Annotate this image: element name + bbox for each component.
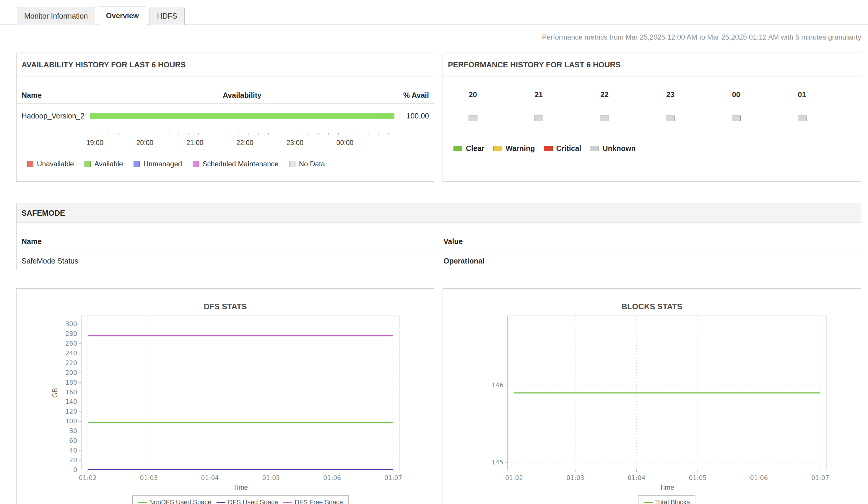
chart-legend-swatch: [217, 502, 225, 503]
svg-text:280: 280: [65, 330, 77, 337]
axis-tick-label: 00:00: [327, 139, 363, 147]
svg-text:20: 20: [69, 457, 77, 464]
svg-text:300: 300: [65, 320, 77, 328]
legend-swatch-scheduled-maintenance: [193, 161, 199, 167]
dfs-stats-svg: 0204060801001201401601802002202402602803…: [17, 313, 434, 483]
blocks-stats-chart-legend: Total Blocks: [638, 495, 695, 504]
availability-percent-value: 100.00: [406, 104, 429, 128]
axis-major-tick: [145, 133, 145, 137]
performance-hour-column: 22: [587, 86, 622, 121]
axis-minor-tick: [318, 133, 319, 135]
tab-hdfs[interactable]: HDFS: [149, 7, 184, 25]
legend-swatch-clear: [454, 146, 462, 151]
axis-minor-tick: [388, 133, 389, 135]
performance-status-cell[interactable]: [600, 115, 609, 121]
performance-status-cell[interactable]: [468, 115, 477, 121]
axis-minor-tick: [338, 133, 339, 135]
legend-item: Unmanaged: [134, 160, 182, 168]
axis-minor-tick: [208, 133, 208, 135]
blocks-stats-title: BLOCKS STATS: [443, 300, 861, 313]
performance-hour-label: 23: [653, 86, 688, 103]
svg-text:01:07: 01:07: [384, 474, 402, 482]
svg-text:146: 146: [492, 382, 504, 389]
axis-minor-tick: [118, 133, 118, 135]
chart-legend-swatch: [138, 502, 147, 503]
svg-text:60: 60: [69, 437, 77, 444]
svg-text:0: 0: [73, 466, 77, 474]
svg-text:200: 200: [65, 369, 77, 377]
svg-text:160: 160: [65, 389, 77, 396]
dfs-stats-chart-legend: NonDFS Used SpaceDFS Used SpaceDFS Free …: [132, 495, 349, 504]
safemode-status-name: SafeMode Status: [22, 251, 78, 270]
axis-minor-tick: [278, 133, 278, 135]
axis-minor-tick: [178, 133, 178, 135]
axis-minor-tick: [288, 133, 288, 135]
availability-header-name: Name: [22, 86, 42, 104]
availability-bar-track: [90, 113, 394, 119]
axis-minor-tick: [218, 133, 218, 135]
legend-item: Unavailable: [27, 160, 74, 168]
tab-overview[interactable]: Overview: [99, 6, 146, 25]
performance-status-cell[interactable]: [798, 115, 807, 121]
svg-text:GB: GB: [51, 388, 59, 398]
svg-text:01:03: 01:03: [140, 474, 158, 482]
safemode-panel: SAFEMODE Name Value SafeMode Status Oper…: [16, 203, 861, 270]
axis-minor-tick: [228, 133, 228, 135]
blocks-stats-panel: BLOCKS STATS 14514601:0201:0301:0401:050…: [443, 288, 861, 504]
legend-label: No Data: [299, 160, 325, 168]
svg-text:01:05: 01:05: [689, 474, 707, 482]
performance-status-cell[interactable]: [732, 115, 741, 121]
performance-hour-label: 22: [587, 86, 622, 103]
axis-major-tick: [345, 133, 345, 137]
chart-legend-label: DFS Free Space: [294, 498, 343, 504]
tab-monitor-information[interactable]: Monitor Information: [17, 7, 95, 25]
svg-text:01:02: 01:02: [79, 474, 97, 482]
legend-label: Warning: [506, 144, 535, 153]
svg-text:40: 40: [69, 447, 77, 454]
axis-minor-tick: [268, 133, 269, 135]
axis-minor-tick: [378, 133, 379, 135]
blocks-stats-svg: 14514601:0201:0301:0401:0501:0601:07: [443, 313, 861, 483]
svg-text:01:07: 01:07: [811, 474, 829, 482]
axis-major-tick: [295, 133, 295, 137]
legend-label: Unknown: [602, 144, 636, 153]
legend-item: Available: [84, 160, 123, 168]
performance-panel-title: PERFORMANCE HISTORY FOR LAST 6 HOURS: [443, 53, 861, 76]
legend-item: Unknown: [590, 144, 636, 153]
legend-swatch-no-data: [289, 161, 296, 167]
performance-status-cell[interactable]: [534, 115, 543, 121]
axis-minor-tick: [158, 133, 158, 135]
legend-swatch-unavailable: [27, 161, 33, 167]
availability-bar[interactable]: [90, 113, 394, 119]
safemode-status-value: Operational: [443, 251, 485, 270]
axis-minor-tick: [238, 133, 238, 135]
dfs-stats-title: DFS STATS: [17, 300, 434, 313]
chart-legend-label: DFS Used Space: [228, 498, 278, 504]
safemode-header-name: Name: [22, 231, 42, 251]
axis-minor-tick: [328, 133, 329, 135]
axis-major-tick: [245, 133, 245, 137]
axis-minor-tick: [248, 133, 248, 135]
availability-header-availability: Availability: [90, 86, 394, 104]
performance-history-panel: PERFORMANCE HISTORY FOR LAST 6 HOURS 202…: [443, 53, 861, 182]
performance-hour-label: 20: [455, 86, 491, 103]
svg-text:220: 220: [65, 360, 77, 367]
legend-label: Unmanaged: [143, 160, 182, 168]
safemode-table-row: SafeMode Status Operational: [17, 251, 861, 270]
performance-status-cell[interactable]: [666, 115, 675, 121]
performance-hour-label: 00: [719, 86, 754, 103]
svg-text:01:06: 01:06: [750, 474, 768, 482]
availability-panel-title: AVAILABILITY HISTORY FOR LAST 6 HOURS: [17, 53, 434, 76]
svg-text:01:02: 01:02: [505, 474, 523, 482]
chart-legend-item: Total Blocks: [644, 498, 690, 504]
svg-text:240: 240: [65, 350, 77, 357]
svg-text:145: 145: [492, 459, 504, 466]
availability-table-header: Name Availability % Avail: [17, 86, 434, 104]
performance-hour-column: 00: [719, 86, 754, 121]
performance-hour-label: 01: [784, 86, 820, 103]
axis-tick-label: 22:00: [227, 139, 263, 147]
svg-text:260: 260: [65, 340, 77, 347]
dfs-stats-panel: DFS STATS 020406080100120140160180200220…: [16, 288, 434, 504]
dashboard-page: Monitor Information Overview HDFS Perfor…: [0, 0, 868, 504]
monitor-name: Hadoop_Version_2: [22, 104, 84, 128]
